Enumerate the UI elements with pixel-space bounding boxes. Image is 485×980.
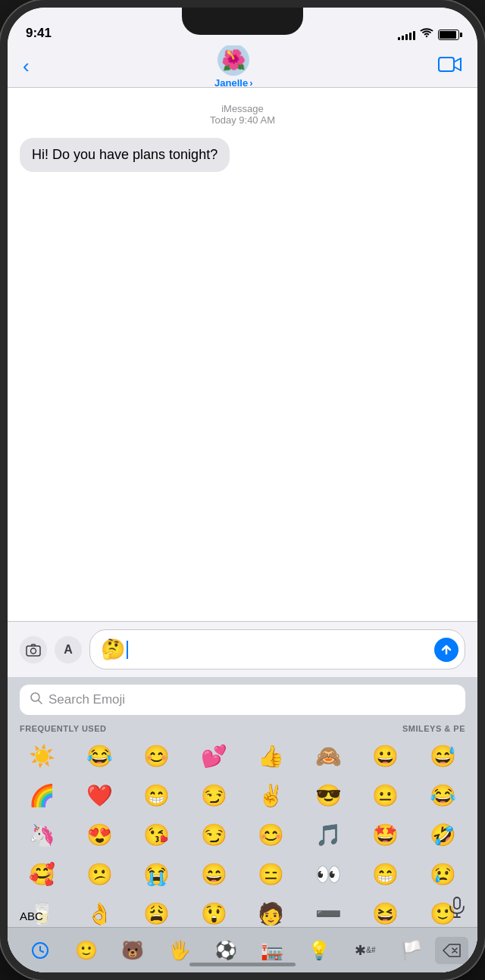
message-container: Hi! Do you have plans tonight? [8,133,477,176]
message-input[interactable]: 🤔 [89,629,465,669]
emoji-grid-row4: 🥰 😕 😭 😄 😑 👀 😁 😢 [8,854,477,894]
text-cursor [127,641,128,659]
home-indicator [189,963,296,966]
emoji-astonished[interactable]: 😲 [186,897,243,930]
emoji-peace[interactable]: ✌️ [242,779,300,812]
emoji-beaming[interactable]: 😁 [128,779,186,812]
signal-bar-5 [413,31,415,40]
svg-rect-1 [27,646,40,656]
svg-rect-0 [439,58,454,71]
emoji-stars[interactable]: 🤩 [357,818,415,851]
contact-chevron: › [249,77,252,89]
emoji-grin2[interactable]: 😄 [186,857,243,891]
battery-fill [440,31,456,39]
emoji-toolbar-objects[interactable]: 💡 [296,934,342,967]
signal-bar-2 [402,36,404,40]
imessage-label: iMessage Today 9:40 AM [8,88,477,133]
emoji-kiss[interactable]: 😘 [128,818,186,851]
signal-bars [398,30,415,40]
emoji-expressionless[interactable]: 😑 [242,857,300,891]
emoji-laugh2[interactable]: 😁 [357,857,415,891]
emoji-toolbar-symbols[interactable]: ✱&# [342,934,388,967]
emoji-person[interactable]: 🧑 [242,897,300,930]
status-icons [398,28,459,41]
emoji-grid-row2: 🌈 ❤️ 😁 😏 ✌️ 😎 😐 😂 [8,776,477,815]
nav-header: ‹ 🌺 Janelle › [8,45,477,88]
svg-point-2 [31,648,36,654]
frequently-used-label: FREQUENTLY USED [20,724,106,733]
emoji-rainbow[interactable]: 🌈 [14,779,71,812]
emoji-monkey[interactable]: 🙈 [300,739,358,772]
appstore-button[interactable]: A [55,636,82,663]
notch [182,8,303,35]
emoji-toolbar-animals[interactable]: 🐻 [110,934,156,967]
input-emoji: 🤔 [101,638,125,661]
emoji-sob[interactable]: 😭 [128,857,186,891]
back-button[interactable]: ‹ [23,55,30,78]
emoji-music[interactable]: 🎵 [300,818,358,851]
emoji-wink[interactable]: 😏 [186,818,243,851]
emoji-toolbar-sports[interactable]: ⚽ [202,934,249,967]
message-bubble: Hi! Do you have plans tonight? [20,138,230,172]
volume-up-button [0,167,2,220]
smileys-label: SMILEYS & PE [402,724,465,733]
emoji-neutral[interactable]: 😐 [357,779,415,812]
emoji-laugh-cry[interactable]: 😂 [71,739,129,772]
avatar: 🌺 [217,44,249,76]
search-placeholder: Search Emoji [48,692,125,707]
emoji-toolbar-travel[interactable]: 🏣 [249,934,296,967]
emoji-search-bar[interactable]: Search Emoji [20,685,465,715]
emoji-heart[interactable]: ❤️ [71,779,129,812]
signal-bar-1 [398,37,400,40]
emoji-smile[interactable]: 😊 [128,739,186,772]
emoji-smile2[interactable]: 😊 [242,818,300,851]
emoji-smirk[interactable]: 😏 [186,779,243,812]
emoji-laugh-cry2[interactable]: 😂 [415,779,472,812]
delete-button[interactable] [435,937,468,964]
emoji-section-header: FREQUENTLY USED SMILEYS & PE [8,721,477,736]
abc-label[interactable]: ABC [8,910,55,922]
emoji-keyboard: Search Emoji FREQUENTLY USED SMILEYS & P… [8,677,477,972]
input-area: A 🤔 [8,621,477,677]
svg-rect-5 [454,897,460,909]
emoji-ok[interactable]: 👌 [71,897,129,930]
emoji-grin[interactable]: 😀 [357,739,415,772]
signal-bar-4 [409,33,411,40]
contact-name: Janelle › [214,77,252,89]
emoji-smiling-hearts[interactable]: 🥰 [14,857,71,891]
emoji-rofl[interactable]: 🤣 [415,818,472,851]
contact-info[interactable]: 🌺 Janelle › [214,44,252,89]
emoji-squint[interactable]: 😆 [357,897,415,930]
signal-bar-3 [405,34,408,40]
emoji-unicorn[interactable]: 🦄 [14,818,71,851]
send-button[interactable] [434,638,458,662]
emoji-thumbsup[interactable]: 👍 [242,739,300,772]
emoji-hearts[interactable]: 💕 [186,739,243,772]
svg-point-3 [31,693,39,701]
emoji-heart-eyes[interactable]: 😍 [71,818,129,851]
volume-down-button [0,235,2,288]
emoji-toolbar-items: 🙂 🐻 🖐 ⚽ 🏣 💡 ✱&# 🏳️ [17,934,435,967]
message-timestamp: Today 9:40 AM [8,114,477,126]
emoji-grid-row3: 🦄 😍 😘 😏 😊 🎵 🤩 🤣 [8,815,477,854]
emoji-toolbar-hand[interactable]: 🖐 [156,934,202,967]
search-icon [30,692,42,707]
emoji-toolbar-flags[interactable]: 🏳️ [389,934,435,967]
emoji-cry[interactable]: 😢 [415,857,472,891]
camera-button[interactable] [20,636,47,663]
emoji-sweat-smile[interactable]: 😅 [415,739,472,772]
emoji-toolbar-smileys[interactable]: 🙂 [63,934,109,967]
video-call-button[interactable] [438,55,462,78]
emoji-grid-row1: ☀️ 😂 😊 💕 👍 🙈 😀 😅 [8,736,477,776]
emoji-toolbar-recent[interactable] [17,934,63,967]
microphone-icon[interactable] [449,897,465,922]
silent-switch [0,114,2,148]
emoji-sunglasses[interactable]: 😎 [300,779,358,812]
emoji-minus[interactable]: ➖ [300,897,358,930]
emoji-eyes[interactable]: 👀 [300,857,358,891]
emoji-weary[interactable]: 😩 [128,897,186,930]
emoji-sun[interactable]: ☀️ [14,739,71,772]
wifi-icon [420,28,433,41]
battery-icon [438,30,459,40]
emoji-confused[interactable]: 😕 [71,857,129,891]
